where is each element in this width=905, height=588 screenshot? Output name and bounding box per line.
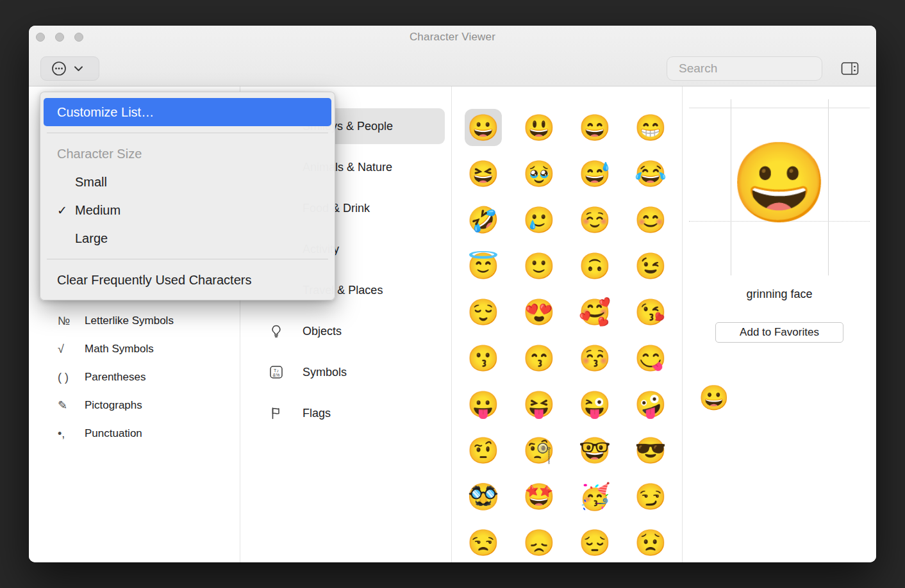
- lightbulb-icon: [269, 324, 303, 338]
- sidebar-item-label: Parentheses: [85, 371, 145, 384]
- menu-section-header: Character Size: [40, 140, 335, 168]
- titlebar: Character Viewer: [29, 26, 876, 86]
- search-input[interactable]: [679, 61, 836, 76]
- menu-item-large[interactable]: Large: [44, 224, 331, 252]
- emoji-cell[interactable]: 🤨: [465, 432, 502, 469]
- sidebar-item-letterlike-symbols[interactable]: №Letterlike Symbols: [29, 307, 240, 335]
- search-field[interactable]: [667, 56, 822, 81]
- emoji-cell[interactable]: 😞: [520, 524, 558, 561]
- menu-item-label: Customize List…: [57, 105, 154, 120]
- emoji-cell[interactable]: 😂: [632, 155, 669, 192]
- ellipsis-circle-icon: [51, 60, 89, 77]
- action-menu-button[interactable]: [40, 56, 99, 81]
- metric-guide-top: [689, 108, 870, 108]
- chevron-down-icon: [75, 67, 82, 71]
- emoji-cell[interactable]: 😁: [632, 109, 669, 146]
- font-variant-emoji[interactable]: 😀: [699, 382, 729, 413]
- parentheses-icon: ( ): [58, 371, 85, 384]
- menu-separator: [47, 259, 328, 259]
- emoji-cell[interactable]: ☺️: [576, 201, 613, 238]
- preview-panel: 😀 grinning face Add to Favorites 😀: [683, 86, 876, 562]
- emoji-cell[interactable]: 🥳: [576, 478, 613, 515]
- emoji-cell[interactable]: 🤩: [520, 478, 558, 515]
- character-name: grinning face: [683, 288, 876, 301]
- emoji-cell[interactable]: 😅: [576, 155, 613, 192]
- category-flags[interactable]: Flags: [247, 395, 445, 431]
- sidebar-item-label: Letterlike Symbols: [85, 314, 174, 327]
- emoji-cell[interactable]: 😔: [576, 524, 613, 561]
- sidebar-item-label: Math Symbols: [85, 343, 154, 355]
- emoji-cell[interactable]: 😇: [465, 247, 502, 284]
- emoji-cell[interactable]: 🤣: [465, 201, 502, 238]
- emoji-cell[interactable]: 😄: [576, 109, 613, 146]
- emoji-cell[interactable]: 🙃: [576, 247, 613, 284]
- category-label: Symbols: [303, 366, 347, 379]
- menu-item-label: Small: [75, 175, 107, 190]
- emoji-cell[interactable]: 🥹: [520, 155, 558, 192]
- emoji-cell[interactable]: 😌: [465, 293, 502, 331]
- emoji-cell[interactable]: 😗: [465, 339, 502, 377]
- category-objects[interactable]: Objects: [247, 313, 445, 349]
- emoji-cell[interactable]: 🤓: [576, 432, 613, 469]
- flag-icon: [269, 406, 303, 420]
- emoji-cell[interactable]: 😙: [520, 339, 558, 377]
- emoji-cell[interactable]: 😒: [465, 524, 502, 561]
- menu-item-label: Large: [75, 231, 108, 246]
- menu-separator: [47, 133, 328, 133]
- emoji-cell[interactable]: 😝: [520, 386, 558, 423]
- emoji-cell[interactable]: 😀: [465, 109, 502, 146]
- menu-item-medium[interactable]: ✓Medium: [44, 196, 331, 224]
- emoji-cell[interactable]: 😍: [520, 293, 558, 331]
- menu-item-label: Clear Frequently Used Characters: [57, 273, 251, 288]
- emoji-cell[interactable]: 😜: [576, 386, 613, 423]
- menu-item-small[interactable]: Small: [44, 168, 331, 196]
- emoji-cell[interactable]: 😃: [520, 109, 558, 146]
- category-label: Objects: [303, 325, 342, 338]
- character-palette-icon: [841, 61, 859, 76]
- sidebar-item-math-symbols[interactable]: √Math Symbols: [29, 335, 240, 363]
- math-symbols-icon: √: [58, 343, 85, 356]
- emoji-cell[interactable]: 😘: [632, 293, 669, 331]
- letterlike-symbols-icon: №: [58, 314, 85, 328]
- svg-text:T♪: T♪: [274, 368, 279, 373]
- emoji-cell[interactable]: 😚: [576, 339, 613, 377]
- emoji-cell[interactable]: 🥰: [576, 293, 613, 331]
- symbols-icon: T♪&%: [269, 365, 303, 379]
- emoji-cell[interactable]: 🧐: [520, 432, 558, 469]
- menu-item-label: Medium: [75, 203, 120, 218]
- category-label: Flags: [303, 407, 331, 420]
- menu-item-clear-frequently-used-characters[interactable]: Clear Frequently Used Characters: [44, 266, 331, 294]
- emoji-grid: 😀😃😄😁😆🥹😅😂🤣🥲☺️😊😇🙂🙃😉😌😍🥰😘😗😙😚😋😛😝😜🤪🤨🧐🤓😎🥸🤩🥳😏😒😞😔…: [452, 86, 682, 561]
- sidebar-item-pictographs[interactable]: ✎Pictographs: [29, 391, 240, 420]
- character-palette-toggle-button[interactable]: [838, 59, 862, 78]
- emoji-cell[interactable]: 😆: [465, 155, 502, 192]
- emoji-cell[interactable]: 🥸: [465, 478, 502, 515]
- pictographs-icon: ✎: [58, 398, 85, 412]
- character-viewer-window: Character Viewer: [29, 26, 876, 562]
- emoji-cell[interactable]: 🤪: [632, 386, 669, 423]
- sidebar-item-label: Punctuation: [85, 427, 142, 440]
- punctuation-icon: •,: [58, 427, 85, 441]
- emoji-cell[interactable]: 😛: [465, 386, 502, 423]
- sidebar-item-label: Pictographs: [85, 399, 142, 412]
- emoji-cell[interactable]: 😊: [632, 201, 669, 238]
- emoji-cell[interactable]: 😎: [632, 432, 669, 469]
- checkmark-icon: ✓: [57, 203, 75, 218]
- emoji-grid-column: 😀😃😄😁😆🥹😅😂🤣🥲☺️😊😇🙂🙃😉😌😍🥰😘😗😙😚😋😛😝😜🤪🤨🧐🤓😎🥸🤩🥳😏😒😞😔…: [452, 86, 683, 562]
- dropdown-menu: Customize List…Character SizeSmall✓Mediu…: [40, 92, 335, 300]
- category-symbols[interactable]: T♪&%Symbols: [247, 354, 445, 390]
- emoji-cell[interactable]: 🙂: [520, 247, 558, 284]
- svg-text:&%: &%: [273, 373, 280, 377]
- menu-item-customize-list[interactable]: Customize List…: [44, 98, 331, 126]
- sidebar-item-punctuation[interactable]: •,Punctuation: [29, 420, 240, 448]
- window-title: Character Viewer: [29, 31, 876, 44]
- emoji-cell[interactable]: 😉: [632, 247, 669, 284]
- emoji-cell[interactable]: 😏: [632, 478, 669, 515]
- preview-emoji: 😀: [683, 141, 876, 224]
- sidebar-item-parentheses[interactable]: ( )Parentheses: [29, 363, 240, 391]
- emoji-cell[interactable]: 🥲: [520, 201, 558, 238]
- emoji-cell[interactable]: 😋: [632, 339, 669, 377]
- add-to-favorites-button[interactable]: Add to Favorites: [715, 322, 843, 343]
- emoji-cell[interactable]: 😟: [632, 524, 669, 561]
